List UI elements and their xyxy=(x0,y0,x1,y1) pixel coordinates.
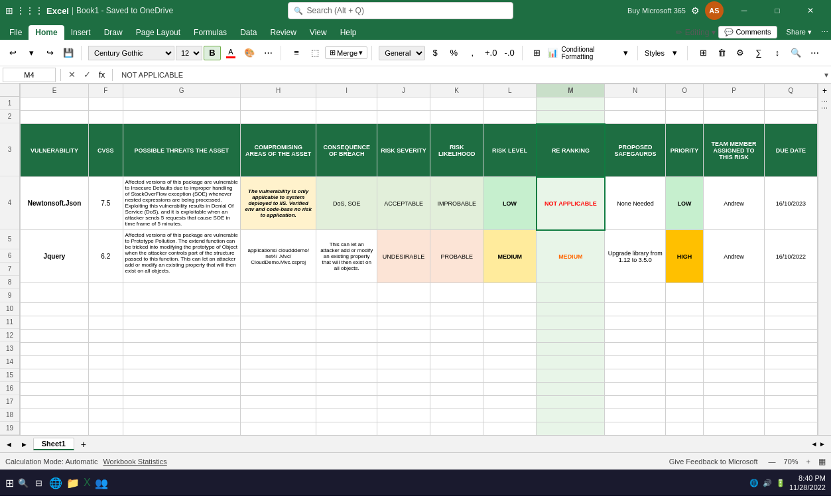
f2[interactable] xyxy=(89,111,123,124)
sort-btn[interactable]: ↕ xyxy=(769,46,786,60)
p1[interactable] xyxy=(704,97,765,111)
row-18[interactable]: 18 xyxy=(0,409,19,422)
save-btn[interactable]: 💾 xyxy=(60,46,77,60)
settings-icon[interactable]: ⚙ xyxy=(691,5,700,16)
row-3[interactable]: 3 xyxy=(0,123,19,176)
col-l-header[interactable]: L xyxy=(483,84,537,97)
bold-btn[interactable]: B xyxy=(204,46,221,60)
expand-formula-btn[interactable]: ▾ xyxy=(824,70,828,80)
teams-icon[interactable]: 👥 xyxy=(95,477,108,489)
vulnerability-4[interactable]: Jquery xyxy=(21,230,89,283)
minimize-btn[interactable]: ─ xyxy=(729,0,759,21)
excel-taskbar-icon[interactable]: X xyxy=(84,477,91,489)
col-o-header[interactable]: O xyxy=(665,84,703,97)
col-p-header[interactable]: P xyxy=(704,84,765,97)
due-date-4[interactable]: 16/10/2022 xyxy=(764,230,817,283)
row-11[interactable]: 11 xyxy=(0,316,19,329)
edge-icon[interactable]: 🌐 xyxy=(49,477,62,489)
re-ranking-header[interactable]: RE RANKING xyxy=(537,124,605,177)
row-6[interactable]: 6 xyxy=(0,249,19,263)
row-1[interactable]: 1 xyxy=(0,97,19,110)
col-k-header[interactable]: K xyxy=(430,84,483,97)
consequence-4[interactable]: This can let an attacker add or modify a… xyxy=(316,230,377,283)
buy-microsoft[interactable]: Buy Microsoft 365 xyxy=(627,7,686,15)
n2[interactable] xyxy=(605,111,666,124)
row-19[interactable]: 19 xyxy=(0,422,19,435)
risk-level-header[interactable]: RISK LEVEL xyxy=(483,124,537,177)
row-12[interactable]: 12 xyxy=(0,329,19,342)
row-17[interactable]: 17 xyxy=(0,395,19,409)
e2[interactable] xyxy=(21,111,89,124)
k1[interactable] xyxy=(430,97,483,111)
percent-btn[interactable]: % xyxy=(445,46,462,60)
priority-3[interactable]: LOW xyxy=(665,177,703,230)
row-15[interactable]: 15 xyxy=(0,369,19,382)
team-member-4[interactable]: Andrew xyxy=(704,230,765,283)
row-14[interactable]: 14 xyxy=(0,355,19,369)
number-format-select[interactable]: General xyxy=(379,46,425,60)
ribbon-more-icon[interactable]: ⋯ xyxy=(821,28,828,36)
team-member-header[interactable]: TEAM MEMBER ASSIGNED TO THIS RISK xyxy=(704,124,765,177)
vulnerability-header[interactable]: VULNERABILITY xyxy=(21,124,89,177)
m2[interactable] xyxy=(537,111,605,124)
sheet-tab-1[interactable]: Sheet1 xyxy=(33,438,74,450)
format-btn[interactable]: ⚙ xyxy=(732,46,749,60)
tab-file[interactable]: File xyxy=(3,25,29,40)
priority-4[interactable]: HIGH xyxy=(665,230,703,283)
tab-page-layout[interactable]: Page Layout xyxy=(129,25,187,40)
comma-btn[interactable]: , xyxy=(464,46,481,60)
row-7[interactable]: 7 xyxy=(0,263,19,276)
e1[interactable] xyxy=(21,97,89,111)
col-h-header[interactable]: H xyxy=(240,84,316,97)
workbook-stats-btn[interactable]: Workbook Statistics xyxy=(103,458,166,466)
q1[interactable] xyxy=(764,97,817,111)
undo-dropdown-btn[interactable]: ▾ xyxy=(23,46,40,60)
consequence-header[interactable]: CONSEQUENCE OF BREACH xyxy=(316,124,377,177)
profile-avatar[interactable]: AS xyxy=(705,1,724,20)
task-view-btn[interactable]: ⊟ xyxy=(35,478,42,488)
table-format-btn[interactable]: ⊞ xyxy=(529,46,544,60)
row-8[interactable]: 8 xyxy=(0,276,19,289)
h2[interactable] xyxy=(240,111,316,124)
i2[interactable] xyxy=(316,111,377,124)
cvss-3[interactable]: 7.5 xyxy=(89,177,123,230)
scroll-left-btn[interactable]: ◄ xyxy=(3,440,15,448)
threats-3[interactable]: Affected versions of this package are vu… xyxy=(123,177,240,230)
vulnerability-3[interactable]: Newtonsoft.Json xyxy=(21,177,89,230)
risk-severity-3[interactable]: ACCEPTABLE xyxy=(377,177,430,230)
row-10[interactable]: 10 xyxy=(0,302,19,316)
col-n-header[interactable]: N xyxy=(605,84,666,97)
risk-level-3[interactable]: LOW xyxy=(483,177,537,230)
f1[interactable] xyxy=(89,97,123,111)
more-btn[interactable]: ⋯ xyxy=(806,46,823,60)
tab-help[interactable]: Help xyxy=(334,25,363,40)
currency-btn[interactable]: $ xyxy=(426,46,444,60)
j1[interactable] xyxy=(377,97,430,111)
p2[interactable] xyxy=(704,111,765,124)
col-m-header[interactable]: M xyxy=(537,84,605,97)
increase-decimal-btn[interactable]: +.0 xyxy=(482,46,499,60)
tab-insert[interactable]: Insert xyxy=(64,25,97,40)
tab-review[interactable]: Review xyxy=(263,25,302,40)
fill-color-btn[interactable]: 🎨 xyxy=(241,46,258,60)
font-size-select[interactable]: 12 xyxy=(176,46,202,60)
tab-draw[interactable]: Draw xyxy=(97,25,129,40)
scroll-area-btn[interactable]: ◄ ► xyxy=(808,440,828,448)
col-q-header[interactable]: Q xyxy=(764,84,817,97)
cvss-header[interactable]: CVSS xyxy=(89,124,123,177)
i1[interactable] xyxy=(316,97,377,111)
confirm-formula-btn[interactable]: ✓ xyxy=(81,70,94,80)
app-grid-icon[interactable]: ⋮⋮⋮ xyxy=(16,5,44,16)
merge-btn[interactable]: ⊞ Merge ▾ xyxy=(325,46,367,59)
font-name-select[interactable]: Century Gothic xyxy=(88,46,174,60)
tab-data[interactable]: Data xyxy=(233,25,263,40)
search-btn[interactable]: 🔍 xyxy=(18,478,29,488)
expand-icon[interactable]: + xyxy=(822,86,827,95)
insert-cells-btn[interactable]: ⊞ xyxy=(694,46,712,60)
wrap-text-btn[interactable]: ⬚ xyxy=(306,46,324,60)
g2[interactable] xyxy=(123,111,240,124)
tab-formulas[interactable]: Formulas xyxy=(187,25,233,40)
n1[interactable] xyxy=(605,97,666,111)
k2[interactable] xyxy=(430,111,483,124)
close-btn[interactable]: ✕ xyxy=(795,0,826,21)
